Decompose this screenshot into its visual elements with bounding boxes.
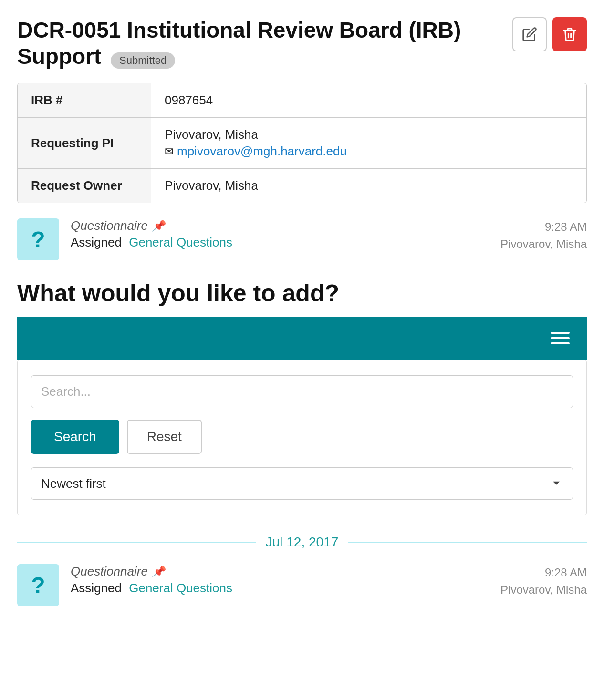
activity-type-bottom: Questionnaire 📌 bbox=[71, 564, 489, 579]
teal-toolbar[interactable] bbox=[17, 317, 587, 360]
date-label: Jul 12, 2017 bbox=[266, 535, 339, 550]
table-row: Request Owner Pivovarov, Misha bbox=[18, 169, 586, 203]
assigned-prefix: Assigned bbox=[71, 235, 122, 249]
header-section: DCR-0051 Institutional Review Board (IRB… bbox=[17, 17, 587, 70]
search-input[interactable] bbox=[31, 375, 573, 408]
activity-type-label: Questionnaire bbox=[71, 218, 148, 233]
activity-description-top: Assigned General Questions bbox=[71, 235, 489, 250]
pi-name: Pivovarov, Misha bbox=[165, 127, 573, 142]
owner-value: Pivovarov, Misha bbox=[151, 169, 586, 203]
general-questions-link-bottom[interactable]: General Questions bbox=[129, 581, 232, 595]
status-badge: Submitted bbox=[111, 52, 175, 69]
hamburger-line-3 bbox=[551, 342, 570, 344]
activity-time-top: 9:28 AM bbox=[500, 218, 587, 236]
activity-icon-top: ? bbox=[17, 218, 59, 260]
activity-type-top: Questionnaire 📌 bbox=[71, 218, 489, 233]
table-row: IRB # 0987654 bbox=[18, 83, 586, 118]
irb-label: IRB # bbox=[18, 83, 151, 117]
activity-meta-bottom: 9:28 AM Pivovarov, Misha bbox=[500, 564, 587, 598]
assigned-prefix-bottom: Assigned bbox=[71, 581, 122, 595]
email-row: ✉ mpivovarov@mgh.harvard.edu bbox=[165, 144, 573, 159]
pi-value: Pivovarov, Misha ✉ mpivovarov@mgh.harvar… bbox=[151, 118, 586, 168]
sort-select[interactable]: Newest first Oldest first Alphabetical bbox=[31, 467, 573, 500]
search-buttons: Search Reset bbox=[31, 420, 573, 454]
page-title: DCR-0051 Institutional Review Board (IRB… bbox=[17, 18, 461, 69]
date-line-left bbox=[17, 542, 256, 543]
owner-label: Request Owner bbox=[18, 169, 151, 203]
envelope-icon: ✉ bbox=[165, 145, 173, 158]
activity-description-bottom: Assigned General Questions bbox=[71, 581, 489, 596]
general-questions-link-top[interactable]: General Questions bbox=[129, 235, 232, 249]
title-block: DCR-0051 Institutional Review Board (IRB… bbox=[17, 17, 501, 70]
info-table: IRB # 0987654 Requesting PI Pivovarov, M… bbox=[17, 83, 587, 203]
pin-icon-bottom: 📌 bbox=[152, 566, 165, 578]
pin-icon-top: 📌 bbox=[152, 220, 165, 232]
date-line-right bbox=[348, 542, 587, 543]
activity-time-bottom: 9:28 AM bbox=[500, 564, 587, 581]
edit-button[interactable] bbox=[512, 17, 547, 51]
search-panel: Search Reset Newest first Oldest first A… bbox=[17, 360, 587, 515]
activity-body-top: Questionnaire 📌 Assigned General Questio… bbox=[71, 218, 489, 250]
delete-button[interactable] bbox=[552, 17, 587, 51]
hamburger-line-2 bbox=[551, 337, 570, 339]
table-row: Requesting PI Pivovarov, Misha ✉ mpivova… bbox=[18, 118, 586, 169]
activity-author-top: Pivovarov, Misha bbox=[500, 236, 587, 253]
activity-item-top: ? Questionnaire 📌 Assigned General Quest… bbox=[17, 218, 587, 260]
email-link[interactable]: mpivovarov@mgh.harvard.edu bbox=[177, 144, 347, 159]
menu-icon[interactable] bbox=[551, 332, 570, 344]
action-buttons bbox=[512, 17, 587, 51]
activity-body-bottom: Questionnaire 📌 Assigned General Questio… bbox=[71, 564, 489, 596]
activity-item-bottom: ? Questionnaire 📌 Assigned General Quest… bbox=[17, 564, 587, 606]
activity-type-label-bottom: Questionnaire bbox=[71, 564, 148, 579]
activity-meta-top: 9:28 AM Pivovarov, Misha bbox=[500, 218, 587, 253]
date-divider: Jul 12, 2017 bbox=[17, 535, 587, 550]
activity-icon-bottom: ? bbox=[17, 564, 59, 606]
pi-label: Requesting PI bbox=[18, 118, 151, 168]
irb-value: 0987654 bbox=[151, 83, 586, 117]
reset-button[interactable]: Reset bbox=[127, 420, 202, 454]
search-button[interactable]: Search bbox=[31, 420, 119, 454]
activity-author-bottom: Pivovarov, Misha bbox=[500, 581, 587, 598]
add-section-title: What would you like to add? bbox=[17, 279, 587, 307]
hamburger-line-1 bbox=[551, 332, 570, 334]
